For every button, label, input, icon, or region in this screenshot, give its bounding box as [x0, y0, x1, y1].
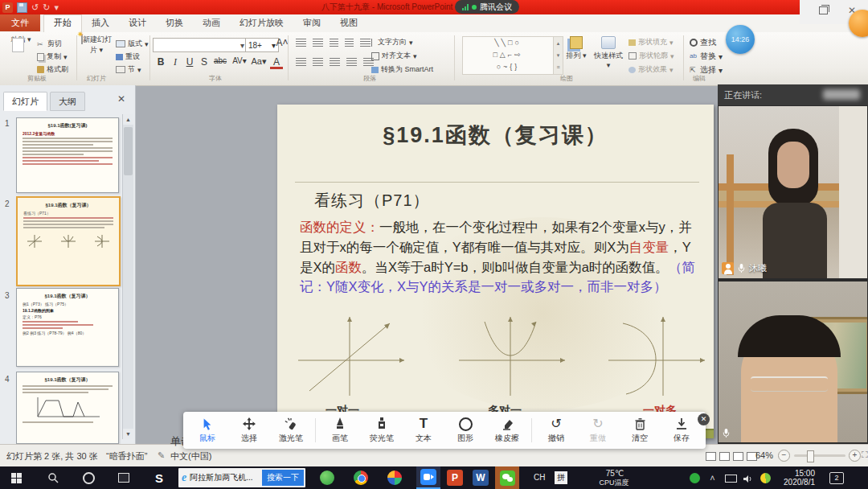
tab-home[interactable]: 开始	[43, 14, 82, 33]
reset-button[interactable]: 重设	[116, 51, 140, 62]
tab-view[interactable]: 视图	[330, 14, 367, 31]
bullets-icon[interactable]	[296, 39, 306, 47]
align-text-button[interactable]: 对齐文本 ▾	[371, 51, 417, 61]
tab-insert[interactable]: 插入	[82, 14, 119, 31]
tool-mouse[interactable]: 鼠标	[190, 417, 225, 444]
italic-button[interactable]: I	[169, 56, 182, 68]
input-lang-ch[interactable]: CH	[534, 473, 545, 482]
zoom-out-icon[interactable]: −	[778, 450, 790, 462]
floating-timer-badge[interactable]: 14:26	[726, 25, 755, 54]
zoom-in-icon[interactable]: +	[849, 450, 861, 462]
layout-button[interactable]: 版式 ▾	[116, 39, 149, 49]
tab-slides-thumbnails[interactable]: 幻灯片	[3, 92, 47, 111]
tray-antivirus-icon[interactable]	[760, 473, 771, 483]
text-direction-button[interactable]: 文字方向 ▾	[371, 37, 413, 47]
font-size-select[interactable]: 18+▾	[245, 38, 279, 52]
tab-design[interactable]: 设计	[119, 14, 156, 31]
chrome-button[interactable]	[349, 466, 373, 489]
taskbar-clock[interactable]: 15:00 2020/8/1	[773, 469, 815, 487]
grow-font-button[interactable]: A˄	[276, 37, 289, 48]
paste-button[interactable]: 粘贴 ▾	[5, 35, 37, 73]
quick-styles-button[interactable]: 快速样式 ▾	[592, 35, 625, 73]
char-spacing-button[interactable]: AV▾	[231, 56, 248, 65]
cortana-button[interactable]	[77, 466, 100, 489]
task-view-button[interactable]	[113, 466, 135, 489]
align-left-icon[interactable]	[296, 58, 306, 66]
tab-outline[interactable]: 大纲	[50, 92, 85, 111]
undo-icon[interactable]: ↺	[31, 3, 39, 12]
language-indicator[interactable]: 中文(中国)	[170, 450, 211, 462]
network-icon[interactable]	[725, 475, 737, 483]
change-case-button[interactable]: Aa▾	[251, 56, 267, 67]
align-center-icon[interactable]	[313, 58, 323, 66]
tool-shape[interactable]: 图形	[448, 417, 483, 444]
tool-undo[interactable]: ↺ 撤销	[538, 417, 574, 444]
panel-close-icon[interactable]: ✕	[117, 93, 125, 105]
tool-laser[interactable]: 激光笔	[273, 417, 309, 444]
strikethrough-button[interactable]: abc	[212, 56, 228, 65]
zoom-slider-thumb[interactable]	[807, 450, 814, 462]
meeting-status-pill[interactable]: 腾讯会议	[455, 0, 519, 14]
video-participant-2[interactable]	[719, 281, 867, 442]
font-name-select[interactable]: ▾	[153, 38, 248, 52]
shape-fill-button[interactable]: 形状填充 ▾	[628, 37, 674, 47]
bold-button[interactable]: B	[154, 56, 167, 68]
restore-window-icon[interactable]	[819, 6, 828, 14]
view-buttons[interactable]	[706, 450, 760, 461]
fit-to-window-icon[interactable]: ⛶	[862, 450, 868, 460]
tool-save[interactable]: 保存	[664, 417, 699, 444]
start-button[interactable]	[3, 466, 29, 489]
video-participant-1[interactable]: 沐曦	[719, 106, 867, 278]
zoom-slider-track[interactable]	[794, 454, 845, 457]
cut-button[interactable]: ✂剪切	[37, 39, 62, 49]
replace-button[interactable]: ab替换 ▾	[690, 51, 723, 62]
spellcheck-icon[interactable]: ✎	[158, 450, 165, 461]
tab-review[interactable]: 审阅	[293, 14, 330, 31]
underline-button[interactable]: U	[183, 56, 196, 68]
find-button[interactable]: 查找	[690, 37, 716, 48]
tab-animations[interactable]: 动画	[193, 14, 230, 31]
align-right-icon[interactable]	[330, 58, 340, 66]
shapes-gallery[interactable]: ╲╲□○ □△⌐⇨ ○~{}	[462, 36, 554, 75]
save-icon[interactable]	[17, 2, 27, 13]
volume-icon[interactable]	[743, 473, 753, 483]
tool-highlighter[interactable]: 荧光笔	[364, 417, 399, 444]
customize-toolbar-icon[interactable]: ▾	[54, 3, 59, 12]
arrange-button[interactable]: 排列 ▾	[564, 35, 588, 73]
wechat-button[interactable]	[495, 466, 519, 489]
ie-search-button[interactable]: 搜索一下	[262, 470, 304, 486]
slide-thumbnail-3[interactable]: §19.1函数（复习课） 例1（P73） 练习（P75） 19.1.2函数的图象…	[16, 288, 119, 367]
tencent-meeting-button[interactable]	[416, 466, 440, 489]
slide-canvas[interactable]: §19.1函数（复习课） 看练习（P71） 函数的定义：一般地，在一个变化过程中…	[277, 105, 714, 438]
tool-select[interactable]: 选择	[231, 417, 267, 444]
scroll-down-icon[interactable]: ▼	[123, 429, 133, 439]
sogou-input-button[interactable]: S	[148, 466, 170, 489]
annotation-close-icon[interactable]: ✕	[698, 413, 710, 425]
word-task-button[interactable]: W	[469, 466, 492, 489]
panel-scrollbar[interactable]: ▲ ▼	[122, 114, 133, 439]
shadow-button[interactable]: S	[198, 56, 211, 68]
increase-indent-icon[interactable]	[345, 39, 354, 47]
line-spacing-icon[interactable]	[360, 39, 371, 47]
justify-icon[interactable]	[346, 58, 357, 66]
tool-text[interactable]: T 文本	[406, 417, 441, 444]
browser-360-button[interactable]	[315, 466, 339, 489]
ie-task-button[interactable]: e 阿拉斯加两飞机... 搜索一下	[178, 468, 305, 487]
tab-transitions[interactable]: 切换	[156, 14, 193, 31]
scroll-thumb[interactable]	[124, 127, 133, 175]
redo-icon[interactable]: ↻	[43, 3, 50, 12]
font-color-button[interactable]: A	[270, 56, 283, 69]
shape-outline-button[interactable]: 形状轮廓 ▾	[628, 51, 674, 61]
tab-file[interactable]: 文件	[0, 14, 40, 31]
slide-thumbnail-1[interactable]: §19.1函数(复习课) 2012.2变量与函数	[16, 117, 119, 193]
tab-slideshow[interactable]: 幻灯片放映	[230, 14, 293, 31]
tool-eraser[interactable]: 橡皮擦	[489, 417, 525, 444]
slide-thumbnail-4[interactable]: §19.1函数（复习课）	[16, 372, 119, 444]
slide-thumbnail-2-selected[interactable]: §19.1函数（复习课） 看练习（P71）	[16, 196, 121, 286]
decrease-indent-icon[interactable]	[330, 39, 338, 47]
powerpoint-task-button[interactable]: P	[444, 466, 466, 489]
browser-colorful-button[interactable]	[383, 466, 407, 489]
scroll-up-icon[interactable]: ▲	[123, 114, 133, 125]
notification-center-icon[interactable]: 2	[829, 472, 844, 484]
tool-pen[interactable]: 画笔	[322, 417, 358, 444]
